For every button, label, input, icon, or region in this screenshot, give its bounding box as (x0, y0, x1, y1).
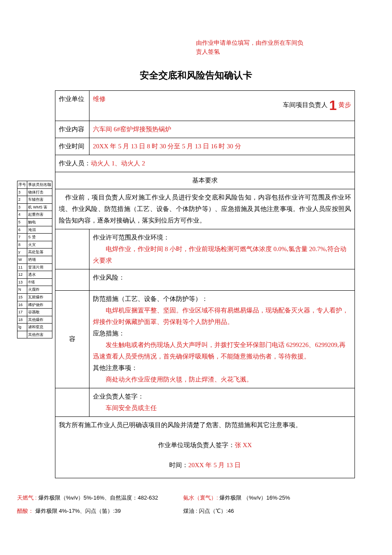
header-note: 由作业申请单位填写，由作业所在车间负 责人签氢 (196, 38, 375, 56)
f-ammonia-label: 氨水（寰气）: (183, 494, 218, 501)
sign-time-line: 时间：20XX 年 5 月 13 日 (59, 460, 351, 471)
sign2-line: 作业单位现场负责人签字：张 XX (59, 439, 351, 451)
big-number-one: 1 (329, 93, 337, 118)
sign1-label: 企业负责人签字： (93, 391, 351, 402)
value-content: 六车间 6#窑炉焊接预热锅炉 (89, 121, 355, 138)
personnel-value: 动火人 1、动火人 2 (91, 160, 145, 167)
value-time: 20XX 年 5 月 13 日 8 时 30 分至 5 月 13 日 16 时 … (89, 138, 355, 155)
scope-cell: 作业许可范围及作业环境： 电焊作业，作业时间 8 小时，作业前现场检测可燃气体浓… (89, 229, 355, 269)
other-label: 其他注意事项： (93, 362, 351, 374)
prevent-content: 电焊机应捆置平整、坚固。作业区域不得有易燃易爆品，现场配备灭火器，专人看护，焊接… (93, 305, 351, 328)
row-time: 作业时间 20XX 年 5 月 13 日 8 时 30 分至 5 月 13 日 … (55, 138, 355, 155)
sign1-content: 车间安全员或主任 (93, 402, 351, 414)
scope-label: 作业许可范围及作业环境： (93, 232, 351, 243)
label-time: 作业时间 (55, 138, 89, 155)
basic-req-header: 基本要求 (55, 172, 355, 189)
row-personnel: 作业人员：动火人 1、动火人 2 (55, 155, 355, 172)
side-h2: 事故类别名咖 (27, 181, 52, 189)
footer-notes: 天燃气 : 爆炸极限（%v/v）5%-16%、自然温度：482-632 氨水（寰… (17, 491, 375, 517)
header-note-line1: 由作业申请单位填写，由作业所在车间负 (196, 39, 303, 46)
leader-label: 车间项目负责人 (283, 101, 328, 108)
sign-time-value: 20XX 年 5 月 13 日 (188, 462, 241, 468)
confirm-cell: 我方所有施工作业人员已明确该项目的风险并清楚了危害、防范措施和其它注意事项。 作… (55, 416, 355, 478)
row-scope: 作业许可范围及作业环境： 电焊作业，作业时间 8 小时，作业前现场检测可燃气体浓… (55, 229, 355, 269)
risk-cell: 作业风险： (89, 269, 355, 290)
scope-content: 电焊作业，作业时间 8 小时，作业前现场检测可燃气体浓度 0.0%,氯含量 20… (93, 243, 351, 266)
f-oil-val: 闪点（℃）:46 (199, 508, 234, 514)
f-ammonia-bold: 爆炸极限 (219, 494, 242, 501)
label-content: 作业内容 (55, 121, 89, 138)
basic-req-text: 作业前，项目负责人应对施工作业人员进行安全交底和风险告知，内容包括作业许可范围及… (55, 189, 355, 229)
f-gas-label: 天燃气 : (17, 494, 37, 501)
sign1-cell: 企业负责人签字： 车间安全员或主任 (89, 388, 355, 416)
personnel-cell: 作业人员：动火人 1、动火人 2 (55, 155, 355, 172)
row-confirm: 我方所有施工作业人员已明确该项目的风险并清楚了危害、防范措施和其它注意事项。 作… (55, 416, 355, 478)
header-note-line2: 责人签氢 (196, 48, 220, 55)
side-h1: 序号 (17, 181, 27, 189)
main-form-table: 作业单位 维修 车间项目负责人 1 黄步 作业内容 六车间 6#窑炉焊接预热锅炉… (55, 90, 355, 478)
leader-name: 黄步 (338, 101, 351, 108)
page-title: 安全交底和风险告知确认卡 (17, 69, 375, 82)
other-content: 商处动火作业应使用防火毯，防止焊渣、火花飞溅。 (93, 374, 351, 385)
personnel-label: 作业人员： (59, 160, 91, 167)
measures-cell: 防范措施（工艺、设备、个体防护等）： 电焊机应捆置平整、坚固。作业区域不得有易燃… (89, 290, 355, 388)
accident-category-table: 序号事故类别名咖 3物体打击 2车辅伤害 3机 WMS 害 4起重伤害 5触电 … (17, 181, 52, 338)
empty-cell-3 (55, 388, 89, 416)
confirm-text: 我方所有施工作业人员已明确该项目的风险并清楚了危害、防范措施和其它注意事项。 (59, 419, 351, 431)
sign2-label: 作业单位现场负责人签字： (158, 442, 235, 448)
emergency-content: 发生触电或者灼伤现场人员大声呼叫，并拨打安全环保部门电话 6299226、629… (93, 339, 351, 362)
empty-cell-1 (55, 229, 89, 269)
row-content: 作业内容 六车间 6#窑炉焊接预热锅炉 (55, 121, 355, 138)
risk-label: 作业风险： (93, 272, 351, 283)
f-acid-label: 醋酸： (17, 508, 34, 514)
f-acid-val: 爆炸极限 4%-17%、闪点（笛）:39 (35, 508, 121, 514)
row-risk: 作业风险： (55, 269, 355, 290)
label-unit: 作业单位 (55, 91, 89, 121)
row-sign1: 企业负责人签字： 车间安全员或主任 (55, 388, 355, 416)
f-oil-label: 煤油 : (183, 508, 197, 514)
sign-time-label: 时间： (169, 462, 188, 468)
row-basic-header: 基本要求 (55, 172, 355, 189)
value-unit: 维修 车间项目负责人 1 黄步 (89, 91, 355, 121)
row-unit: 作业单位 维修 车间项目负责人 1 黄步 (55, 91, 355, 121)
prevent-label: 防范措施（工艺、设备、个体防护等）： (93, 293, 351, 305)
row-measures: 容 防范措施（工艺、设备、个体防护等）： 电焊机应捆置平整、坚固。作业区域不得有… (55, 290, 355, 388)
f-ammonia-val: （%v/v）16%·25% (243, 494, 290, 501)
row-basic-text: 作业前，项目负责人应对施工作业人员进行安全交底和风险告知，内容包括作业许可范围及… (55, 189, 355, 229)
f-gas-val: 爆炸极限（%v/v）5%-16%、自然温度：482-632 (38, 494, 158, 501)
empty-cell-2 (55, 269, 89, 290)
rong-label: 容 (55, 290, 89, 388)
sign2-value: 张 XX (235, 442, 252, 448)
unit-value: 维修 (93, 95, 106, 102)
emergency-label: 应急措施： (93, 328, 351, 339)
